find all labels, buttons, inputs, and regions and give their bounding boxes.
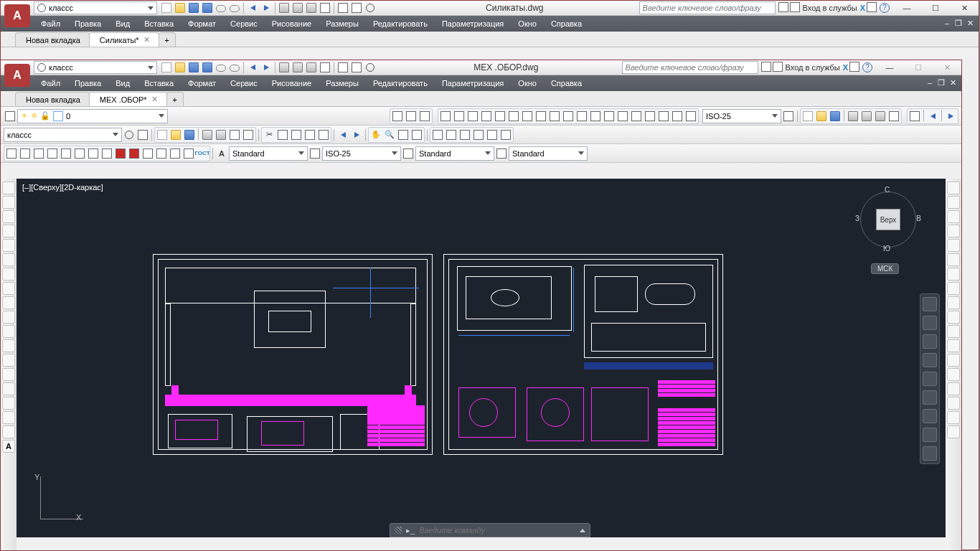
dimstyle-edit-icon[interactable] bbox=[782, 110, 795, 123]
osnap-qua-icon[interactable] bbox=[114, 147, 127, 160]
open3-icon[interactable] bbox=[169, 128, 182, 141]
signin-icon[interactable] bbox=[773, 62, 783, 73]
osnap-par-icon[interactable] bbox=[155, 147, 168, 160]
line-icon[interactable] bbox=[2, 182, 15, 194]
zoomrt-icon[interactable]: 🔍 bbox=[383, 128, 396, 141]
mirror-icon[interactable] bbox=[947, 210, 960, 223]
saveas-icon[interactable] bbox=[201, 1, 214, 14]
stretch-icon[interactable] bbox=[947, 296, 960, 309]
menu-file[interactable]: Файл bbox=[34, 75, 67, 91]
menu-window[interactable]: Окно bbox=[511, 16, 544, 32]
signin-icon[interactable] bbox=[790, 2, 800, 14]
pan2-icon[interactable] bbox=[923, 316, 937, 330]
publish3-icon[interactable] bbox=[228, 128, 241, 141]
mdi-min-icon[interactable]: – bbox=[924, 77, 936, 88]
zoomprev-icon[interactable] bbox=[410, 128, 423, 141]
copy-obj-icon[interactable] bbox=[947, 196, 960, 209]
workspace-dropdown[interactable]: классс bbox=[34, 1, 157, 14]
wipe-icon[interactable] bbox=[2, 411, 15, 424]
plot2-icon[interactable] bbox=[847, 110, 859, 123]
grip-icon[interactable] bbox=[395, 527, 402, 534]
redo-icon[interactable] bbox=[260, 1, 273, 14]
dimupdate-icon[interactable] bbox=[684, 110, 697, 123]
infocenter-search[interactable] bbox=[622, 61, 758, 74]
menu-dim[interactable]: Размеры bbox=[319, 75, 366, 91]
dimbreak-icon[interactable] bbox=[589, 110, 602, 123]
publish-icon[interactable] bbox=[305, 1, 318, 14]
open-icon[interactable] bbox=[174, 61, 187, 74]
mdi-close-icon[interactable]: ✕ bbox=[947, 77, 958, 88]
print-preview-icon[interactable] bbox=[291, 1, 304, 14]
join-icon[interactable] bbox=[947, 354, 960, 367]
open-web-icon[interactable] bbox=[215, 61, 227, 74]
dimjog-icon[interactable] bbox=[534, 110, 547, 123]
xline-icon[interactable] bbox=[2, 311, 15, 324]
cut-icon[interactable]: ✂ bbox=[263, 128, 275, 141]
mlstyle-dropdown[interactable]: Standard bbox=[415, 146, 494, 161]
close-button[interactable]: ✕ bbox=[933, 60, 961, 75]
3dprint-icon[interactable] bbox=[319, 61, 331, 74]
region-icon[interactable] bbox=[2, 397, 15, 410]
menu-param[interactable]: Параметризация bbox=[435, 16, 511, 32]
maximize-button[interactable]: ☐ bbox=[921, 1, 950, 16]
viewport-label[interactable]: [–][Сверху][2D-каркас] bbox=[22, 183, 103, 192]
redo3-icon[interactable] bbox=[350, 128, 363, 141]
move-icon[interactable] bbox=[947, 253, 960, 266]
trim-icon[interactable] bbox=[947, 311, 960, 324]
more-icon[interactable] bbox=[377, 61, 390, 74]
extend-icon[interactable] bbox=[947, 325, 960, 338]
nav-more3-icon[interactable] bbox=[923, 428, 937, 442]
qnew-icon[interactable] bbox=[160, 1, 173, 14]
minimize-button[interactable]: — bbox=[875, 60, 904, 75]
osnap-tmp-icon[interactable] bbox=[5, 147, 18, 160]
undo2-icon[interactable] bbox=[926, 110, 939, 123]
zoom2-icon[interactable] bbox=[923, 334, 937, 349]
ray-icon[interactable] bbox=[2, 325, 15, 338]
pline-icon[interactable] bbox=[2, 196, 15, 209]
3dprint2-icon[interactable] bbox=[887, 110, 900, 123]
align-icon[interactable] bbox=[947, 411, 960, 424]
paste-icon[interactable] bbox=[290, 128, 303, 141]
arc-icon[interactable] bbox=[2, 225, 15, 237]
save-web-icon[interactable] bbox=[228, 61, 241, 74]
pan-icon[interactable]: ✋ bbox=[369, 128, 382, 141]
minimize-button[interactable]: — bbox=[892, 1, 921, 16]
lenghten-icon[interactable] bbox=[947, 425, 960, 438]
viewcube-n[interactable]: С bbox=[885, 186, 890, 194]
offset-icon[interactable] bbox=[947, 225, 960, 237]
spline-icon[interactable] bbox=[2, 296, 15, 309]
open-icon[interactable] bbox=[174, 1, 187, 14]
chamfer-icon[interactable] bbox=[947, 368, 960, 381]
more-icon[interactable] bbox=[377, 1, 390, 14]
new-icon[interactable] bbox=[801, 110, 814, 123]
poly-icon[interactable] bbox=[2, 253, 15, 266]
dimlinear-icon[interactable] bbox=[439, 110, 452, 123]
viewcube-s[interactable]: Ю bbox=[883, 245, 890, 253]
menu-file[interactable]: Файл bbox=[34, 16, 67, 32]
plot-icon[interactable] bbox=[278, 61, 291, 74]
menu-help[interactable]: Справка bbox=[544, 75, 589, 91]
viewcube-ucs[interactable]: МСК bbox=[871, 263, 899, 274]
explode-icon[interactable] bbox=[947, 397, 960, 410]
filetab-start[interactable]: Новая вкладка bbox=[15, 92, 90, 106]
osnap-appint-icon[interactable] bbox=[73, 147, 86, 160]
infocenter-search[interactable] bbox=[639, 1, 776, 14]
viewcube-face[interactable]: Верх bbox=[876, 209, 900, 230]
qnew2-icon[interactable] bbox=[156, 128, 169, 141]
ws-switch-icon[interactable] bbox=[364, 61, 377, 74]
layermatch-icon[interactable] bbox=[391, 110, 404, 123]
plot-icon[interactable] bbox=[278, 1, 291, 14]
dimjoglin-icon[interactable] bbox=[644, 110, 656, 123]
ws-switch-icon[interactable] bbox=[364, 1, 377, 14]
nav-more2-icon[interactable] bbox=[923, 409, 937, 423]
undo3-icon[interactable] bbox=[336, 128, 349, 141]
mdi-min-icon[interactable]: – bbox=[941, 17, 953, 29]
rotate-icon[interactable] bbox=[947, 268, 960, 281]
scale-icon[interactable] bbox=[947, 282, 960, 295]
menu-draw[interactable]: Рисование bbox=[265, 75, 319, 91]
tablestyle-icon[interactable] bbox=[495, 147, 508, 160]
ws-manage-icon[interactable] bbox=[136, 128, 149, 141]
dimbase-icon[interactable] bbox=[548, 110, 561, 123]
signin-label[interactable]: Вход в службы bbox=[786, 63, 840, 72]
calc-icon[interactable] bbox=[499, 128, 512, 141]
